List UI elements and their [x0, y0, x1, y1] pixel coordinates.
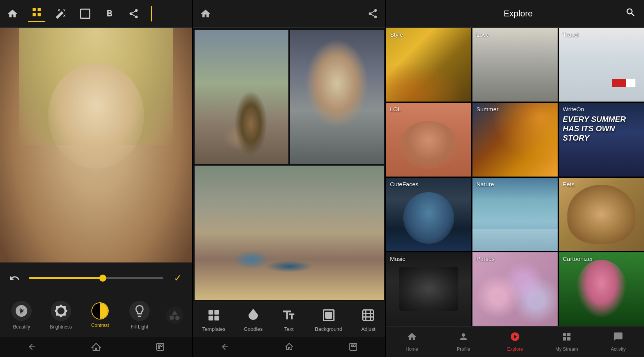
adjust-tool[interactable]: Adjust — [356, 305, 380, 334]
pets-cat — [567, 185, 635, 244]
undo-button[interactable] — [6, 270, 23, 287]
explore-bottom-nav: Home Profile Explore My Stream Activity — [386, 326, 644, 357]
music-label: Music — [390, 255, 405, 262]
lol-label: LOL — [390, 106, 401, 112]
brightness-slider[interactable] — [29, 277, 163, 279]
background-tool[interactable]: Background — [311, 305, 346, 334]
editor-panel: ✓ Beautify Brightness Contrast — [0, 0, 193, 357]
nav-home-button[interactable] — [84, 339, 108, 355]
search-icon[interactable] — [625, 7, 636, 20]
photo-content — [0, 28, 192, 262]
collage-cell-boats[interactable] — [195, 166, 384, 300]
face-highlight — [48, 63, 144, 169]
templates-tool[interactable]: Templates — [198, 305, 229, 334]
filllight-icon — [129, 301, 150, 321]
confirm-button[interactable]: ✓ — [169, 270, 186, 287]
explore-cell-music[interactable]: Music — [386, 252, 471, 326]
tools-icon[interactable] — [28, 5, 45, 22]
nav-home-item[interactable]: Home — [386, 328, 438, 355]
explore-cell-travel[interactable]: Travel — [559, 28, 644, 102]
collage-share-icon[interactable] — [364, 5, 381, 22]
adjust-icon — [360, 307, 376, 323]
nav-back-button[interactable] — [20, 339, 44, 355]
nav-mystream-label: My Stream — [555, 346, 578, 352]
nature-label: Nature — [476, 181, 494, 187]
goodies-label: Goodies — [244, 326, 263, 332]
svg-rect-19 — [326, 312, 331, 318]
parties-balloons — [472, 252, 558, 326]
home-icon[interactable] — [4, 5, 21, 22]
music-guitar — [399, 267, 459, 311]
collage-home-icon[interactable] — [197, 5, 214, 22]
svg-rect-31 — [563, 337, 566, 341]
wand-icon[interactable] — [52, 5, 70, 22]
lol-face — [399, 121, 459, 169]
nav-activity-icon — [613, 332, 623, 344]
explore-cell-lol[interactable]: LOL — [386, 103, 471, 176]
share-icon[interactable] — [125, 5, 142, 22]
collage-cell-bicycle[interactable] — [195, 30, 288, 164]
text-tool[interactable]: Text — [277, 305, 301, 334]
explore-cell-pets[interactable]: Pets — [559, 178, 644, 251]
extra-tool[interactable] — [159, 303, 190, 327]
nature-clouds — [472, 229, 558, 251]
travel-label: Travel — [563, 31, 579, 38]
cartoonizer-label: Cartoonizer — [563, 255, 593, 262]
editor-tools: Beautify Brightness Contrast Fill — [0, 294, 192, 337]
svg-point-5 — [19, 309, 21, 311]
collage-nav-recent[interactable] — [342, 339, 365, 355]
goodies-icon — [245, 307, 261, 323]
svg-rect-13 — [158, 347, 160, 349]
collage-cell-girl[interactable] — [290, 30, 384, 164]
nav-home-label: Home — [406, 346, 418, 352]
explore-cell-summer[interactable]: Summer — [472, 103, 558, 176]
svg-rect-29 — [563, 333, 566, 336]
collage-nav-back[interactable] — [213, 339, 237, 355]
girl-image — [290, 30, 384, 164]
beautify-label: Beautify — [13, 324, 30, 330]
nav-home-icon — [407, 332, 417, 344]
explore-cell-nature[interactable]: Nature — [472, 178, 558, 251]
brightness-icon — [51, 301, 71, 321]
svg-rect-10 — [157, 343, 164, 350]
bold-icon[interactable] — [101, 5, 118, 22]
explore-cell-style[interactable]: Style — [386, 28, 471, 102]
goodies-tool[interactable]: Goodies — [240, 305, 267, 334]
collage-nav-home[interactable] — [277, 339, 301, 355]
svg-rect-20 — [363, 310, 374, 320]
contrast-label: Contrast — [91, 323, 109, 328]
brightness-label: Brightness — [50, 324, 72, 330]
extra-icon — [166, 307, 183, 324]
explore-cell-writeon[interactable]: WriteOn EVERY SUMMER HAS ITS OWN STORY — [559, 103, 644, 176]
nav-activity-label: Activity — [611, 346, 626, 352]
filllight-tool[interactable]: Fill Light — [120, 298, 159, 333]
beautify-tool[interactable]: Beautify — [2, 298, 41, 333]
background-icon — [321, 307, 336, 323]
svg-point-7 — [175, 316, 179, 320]
contrast-tool[interactable]: Contrast — [80, 299, 120, 331]
travel-plane — [612, 79, 635, 87]
svg-rect-16 — [209, 316, 213, 320]
brightness-tool[interactable]: Brightness — [41, 298, 81, 333]
love-overlay — [472, 28, 558, 102]
nav-explore-item[interactable]: Explore — [489, 328, 541, 355]
explore-cell-cutefaces[interactable]: CuteFaces — [386, 178, 471, 251]
slider-thumb[interactable] — [99, 275, 106, 282]
explore-cell-love[interactable]: Love — [472, 28, 558, 102]
filllight-label: Fill Light — [131, 324, 148, 330]
nav-profile-item[interactable]: Profile — [438, 328, 489, 355]
explore-cell-parties[interactable]: Parties — [472, 252, 558, 326]
cartoonizer-face — [576, 260, 627, 319]
svg-rect-27 — [354, 345, 355, 346]
summer-sun — [472, 103, 558, 176]
svg-rect-3 — [38, 13, 41, 16]
svg-rect-30 — [567, 333, 571, 336]
nav-activity-item[interactable]: Activity — [592, 328, 644, 355]
nav-mystream-item[interactable]: My Stream — [541, 328, 592, 355]
explore-cell-cartoonizer[interactable]: Cartoonizer — [559, 252, 644, 326]
frame-icon[interactable] — [77, 5, 94, 22]
text-label: Text — [284, 326, 293, 332]
active-indicator — [151, 6, 152, 21]
nav-recent-button[interactable] — [148, 339, 172, 355]
collage-nav — [193, 337, 385, 357]
